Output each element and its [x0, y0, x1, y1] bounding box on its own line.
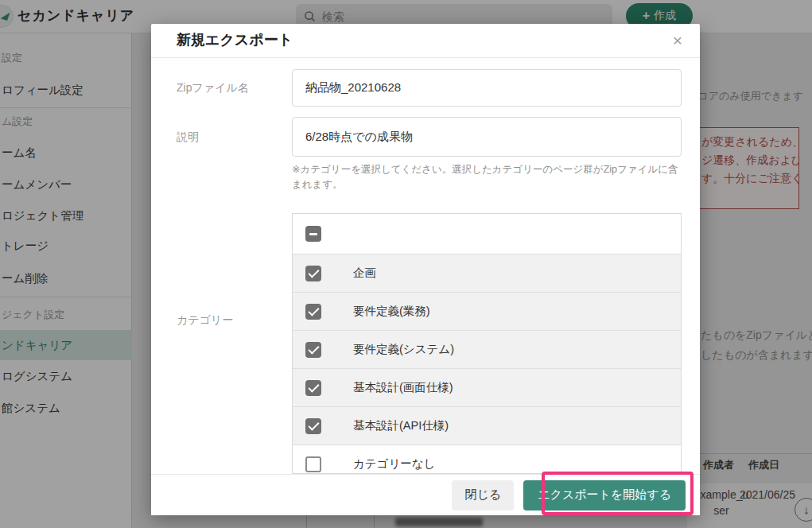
category-row[interactable]: 要件定義(業務) [293, 292, 681, 330]
zip-name-input[interactable] [292, 69, 682, 107]
close-button[interactable]: 閉じる [452, 480, 514, 511]
category-row-label: 企画 [353, 266, 376, 281]
new-export-modal: 新規エクスポート × Zipファイル名 説明 ※カテゴリーを選択してください。選… [151, 24, 700, 515]
checked-checkbox-icon[interactable] [305, 380, 321, 396]
app-window: セカンドキャリア + 作成 設定 ロフィール設定 ム設定 ーム名 ームメンバー … [0, 0, 812, 528]
category-row-select-all[interactable] [293, 214, 681, 254]
category-note: ※カテゴリーを選択してください。選択したカテゴリーのページ群がZipファイルに含… [292, 162, 683, 192]
category-row[interactable]: 基本設計(画面仕様) [293, 368, 681, 406]
modal-title: 新規エクスポート [177, 24, 293, 58]
zip-name-label: Zipファイル名 [177, 69, 249, 107]
category-list: 企画 要件定義(業務) 要件定義(システム) 基本設計(画面仕様) 基本設計(A… [292, 213, 682, 474]
description-label: 説明 [177, 117, 199, 157]
start-export-button[interactable]: エクスポートを開始する [523, 480, 686, 511]
category-row[interactable]: 企画 [293, 254, 681, 292]
category-row[interactable]: 要件定義(システム) [293, 330, 681, 368]
category-row-label: 基本設計(画面仕様) [353, 380, 453, 395]
indeterminate-checkbox-icon[interactable] [305, 226, 321, 242]
checked-checkbox-icon[interactable] [305, 342, 321, 358]
category-row-label: 要件定義(システム) [353, 342, 454, 357]
category-label: カテゴリー [177, 313, 233, 328]
modal-footer: 閉じる エクスポートを開始する [151, 474, 700, 515]
category-row-label: 基本設計(API仕様) [353, 418, 449, 433]
unchecked-checkbox-icon[interactable] [305, 456, 321, 472]
category-row-label: カテゴリーなし [353, 456, 436, 472]
checked-checkbox-icon[interactable] [305, 304, 321, 320]
checked-checkbox-icon[interactable] [305, 266, 321, 281]
checked-checkbox-icon[interactable] [305, 418, 321, 434]
modal-header: 新規エクスポート × [151, 24, 700, 58]
category-row-label: 要件定義(業務) [353, 304, 430, 319]
category-row[interactable]: 基本設計(API仕様) [293, 406, 681, 445]
close-icon[interactable]: × [673, 30, 682, 50]
description-input[interactable] [292, 117, 682, 157]
category-row[interactable]: カテゴリーなし [293, 445, 681, 474]
